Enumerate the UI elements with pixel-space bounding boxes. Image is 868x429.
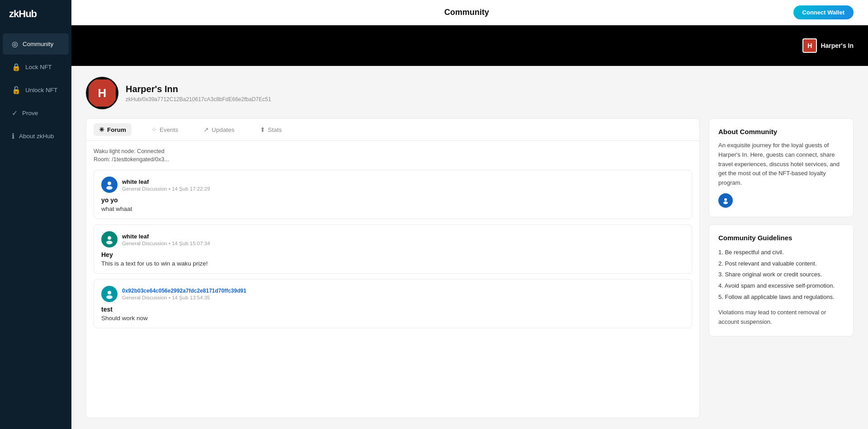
svg-point-0 [108,182,111,185]
avatar [101,286,118,302]
guideline-item: 1. Be respectful and civil. [718,247,844,258]
sidebar-item-lock-label: Lock NFT [25,64,52,70]
sidebar-item-unlock-label: Unlock NFT [25,87,57,93]
message-username: white leaf [122,233,210,240]
message-meta: 0x92b03ce64c056e2992a7fdc2e8171d70ffc39d… [122,288,246,300]
guidelines-title: Community Guidelines [718,234,844,242]
banner-logo-letter: H [807,42,812,49]
message-header: white leaf General Discussion • 14 Şub 1… [101,177,684,193]
page-title: Community [140,8,793,17]
waku-room: Room: /1testtokengated/0x3... [94,156,692,163]
sidebar-item-community[interactable]: ◎ Community [3,33,69,55]
connect-wallet-button[interactable]: Connect Wallet [793,5,854,19]
community-icon: ◎ [12,40,18,48]
sidebar-item-prove-label: Prove [22,110,38,117]
sidebar-item-about[interactable]: ℹ About zkHub [3,126,69,147]
sidebar-item-unlock-nft[interactable]: 🔓 Unlock NFT [3,79,69,101]
svg-point-5 [106,295,113,299]
prove-icon: ✓ [12,109,18,117]
guideline-item: 2. Post relevant and valuable content. [718,258,844,270]
message-header: 0x92b03ce64c056e2992a7fdc2e8171d70ffc39d… [101,286,684,302]
tabs: ✳ Forum ⁘ Events ↗ Updates ⬆ Stats [86,118,700,141]
sidebar-nav: ◎ Community 🔒 Lock NFT 🔓 Unlock NFT ✓ Pr… [0,30,71,150]
left-panel: ✳ Forum ⁘ Events ↗ Updates ⬆ Stats [86,118,700,418]
content-area: H Harper's Inn zkHub/0x39a7712C12Ba21061… [71,66,868,429]
community-info: Harper's Inn zkHub/0x39a7712C12Ba210617c… [126,84,271,103]
svg-point-2 [108,236,111,240]
community-address: zkHub/0x39a7712C12Ba210617cA3c8bFdE66e2f… [126,96,271,103]
avatar-inner: H [89,79,116,107]
guidelines-list: 1. Be respectful and civil. 2. Post rele… [718,247,844,303]
tab-forum-label: Forum [107,126,126,133]
list-item: 0x92b03ce64c056e2992a7fdc2e8171d70ffc39d… [94,279,692,328]
message-header: white leaf General Discussion • 14 Şub 1… [101,231,684,247]
tab-forum[interactable]: ✳ Forum [94,123,132,136]
about-community-description: An exquisite journey for the loyal guest… [718,141,844,188]
avatar [101,231,118,247]
logo-hub: Hub [19,8,37,19]
forum-content: Waku light node: Connected Room: /1testt… [86,141,700,418]
about-community-title: About Community [718,128,844,135]
tab-stats[interactable]: ⬆ Stats [255,123,288,136]
community-banner: H Harper's In [71,25,868,66]
message-body: This is a text for us to win a waku priz… [101,260,684,267]
guidelines-note: Violations may lead to content removal o… [718,308,844,327]
main-content: Community Connect Wallet H Harper's In H… [71,0,868,429]
tab-updates[interactable]: ↗ Updates [198,123,240,136]
app-logo[interactable]: zkHub [0,0,71,30]
message-title: Hey [101,251,684,258]
stats-icon: ⬆ [260,126,265,133]
forum-icon: ✳ [99,126,104,133]
community-profile: H Harper's Inn zkHub/0x39a7712C12Ba21061… [86,77,854,109]
message-meta: white leaf General Discussion • 14 Şub 1… [122,233,210,246]
tab-stats-label: Stats [268,126,282,133]
right-panel: About Community An exquisite journey for… [709,118,854,418]
tab-events[interactable]: ⁘ Events [146,123,184,136]
svg-point-1 [106,186,113,190]
svg-point-7 [723,201,728,204]
updates-icon: ↗ [203,126,209,133]
svg-point-4 [108,291,111,294]
sidebar-item-community-label: Community [23,41,53,47]
message-title: test [101,306,684,313]
guideline-item: 4. Avoid spam and excessive self-promoti… [718,280,844,292]
logo-zk: zk [9,8,19,19]
top-header: Community Connect Wallet [71,0,868,25]
message-body: Should work now [101,315,684,322]
avatar [101,177,118,193]
two-column-layout: ✳ Forum ⁘ Events ↗ Updates ⬆ Stats [86,118,854,418]
message-channel: General Discussion • 14 Şub 13:54:35 [122,295,246,300]
sidebar-item-about-label: About zkHub [19,133,54,140]
list-item: white leaf General Discussion • 14 Şub 1… [94,224,692,274]
tab-updates-label: Updates [212,126,234,133]
message-username: 0x92b03ce64c056e2992a7fdc2e8171d70ffc39d… [122,288,246,294]
about-community-icon [718,193,733,208]
waku-status: Waku light node: Connected [94,148,692,154]
banner-logo: H [802,38,817,53]
avatar: H [86,77,118,109]
message-meta: white leaf General Discussion • 14 Şub 1… [122,178,210,191]
unlock-icon: 🔓 [12,86,21,94]
message-body: what whaat [101,205,684,212]
sidebar: zkHub ◎ Community 🔒 Lock NFT 🔓 Unlock NF… [0,0,71,429]
list-item: white leaf General Discussion • 14 Şub 1… [94,170,692,219]
message-channel: General Discussion • 14 Şub 15:07:34 [122,241,210,246]
banner-community-name: Harper's In [821,42,854,49]
guidelines-card: Community Guidelines 1. Be respectful an… [709,224,854,336]
banner-label: H Harper's In [802,38,854,53]
community-name: Harper's Inn [126,84,271,94]
svg-point-6 [724,198,727,201]
events-icon: ⁘ [151,126,157,133]
avatar-letter: H [98,86,107,100]
sidebar-item-lock-nft[interactable]: 🔒 Lock NFT [3,56,69,78]
guideline-item: 5. Follow all applicable laws and regula… [718,292,844,303]
sidebar-item-prove[interactable]: ✓ Prove [3,103,69,124]
tab-events-label: Events [160,126,178,133]
about-community-card: About Community An exquisite journey for… [709,118,854,217]
lock-icon: 🔒 [12,63,21,71]
svg-point-3 [106,241,113,244]
message-title: yo yo [101,196,684,204]
message-channel: General Discussion • 14 Şub 17:22:29 [122,186,210,191]
info-icon: ℹ [12,132,14,140]
message-username: white leaf [122,178,210,185]
